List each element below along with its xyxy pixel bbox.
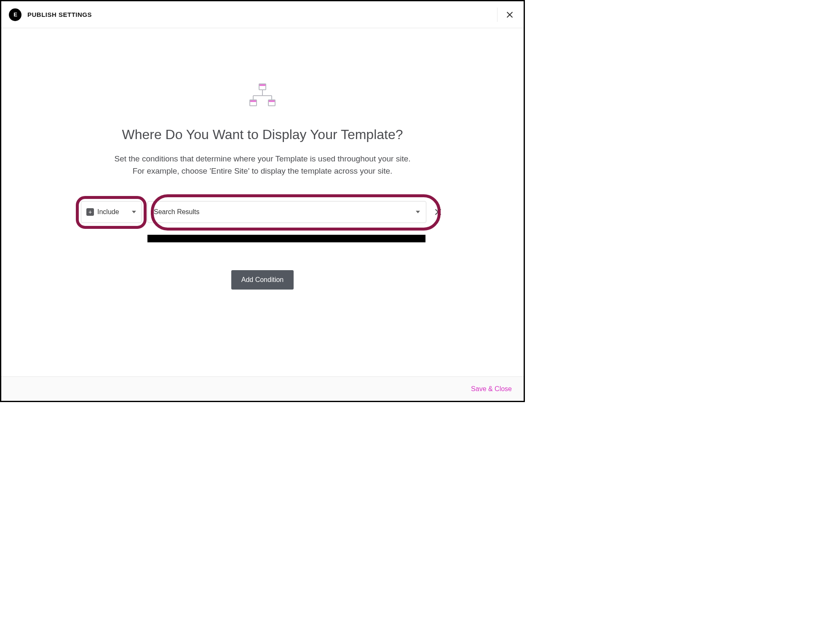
modal-header: E PUBLISH SETTINGS bbox=[1, 1, 524, 28]
elementor-logo: E bbox=[9, 8, 21, 21]
conditions-heading: Where Do You Want to Display Your Templa… bbox=[122, 127, 403, 142]
close-icon bbox=[506, 11, 514, 19]
condition-row: + Include Search Results bbox=[81, 201, 444, 223]
redacted-bar bbox=[147, 235, 425, 242]
location-value: Search Results bbox=[154, 208, 200, 216]
include-label: Include bbox=[97, 208, 119, 216]
svg-rect-9 bbox=[250, 100, 256, 102]
remove-icon bbox=[434, 208, 442, 216]
close-button[interactable] bbox=[503, 8, 516, 21]
plus-icon: + bbox=[86, 208, 94, 216]
svg-rect-11 bbox=[269, 100, 275, 102]
svg-rect-3 bbox=[259, 84, 265, 86]
publish-settings-modal: E PUBLISH SETTINGS Where Do You Want bbox=[0, 0, 525, 402]
description-line-2: For example, choose 'Entire Site' to dis… bbox=[133, 166, 393, 175]
condition-location-select[interactable]: Search Results bbox=[147, 201, 426, 223]
sitemap-icon bbox=[249, 83, 276, 110]
add-condition-button[interactable]: Add Condition bbox=[231, 270, 294, 290]
modal-footer: Save & Close bbox=[1, 376, 524, 401]
modal-body: Where Do You Want to Display Your Templa… bbox=[1, 28, 524, 290]
conditions-description: Set the conditions that determine where … bbox=[114, 153, 410, 177]
logo-text: E bbox=[13, 11, 17, 18]
description-line-1: Set the conditions that determine where … bbox=[114, 154, 410, 163]
caret-down-icon bbox=[416, 211, 420, 213]
header-divider bbox=[497, 8, 498, 22]
remove-condition-button[interactable] bbox=[432, 206, 444, 218]
include-exclude-select[interactable]: + Include bbox=[81, 201, 142, 223]
save-and-close-button[interactable]: Save & Close bbox=[471, 385, 512, 393]
modal-title: PUBLISH SETTINGS bbox=[27, 11, 92, 18]
caret-down-icon bbox=[132, 211, 136, 213]
